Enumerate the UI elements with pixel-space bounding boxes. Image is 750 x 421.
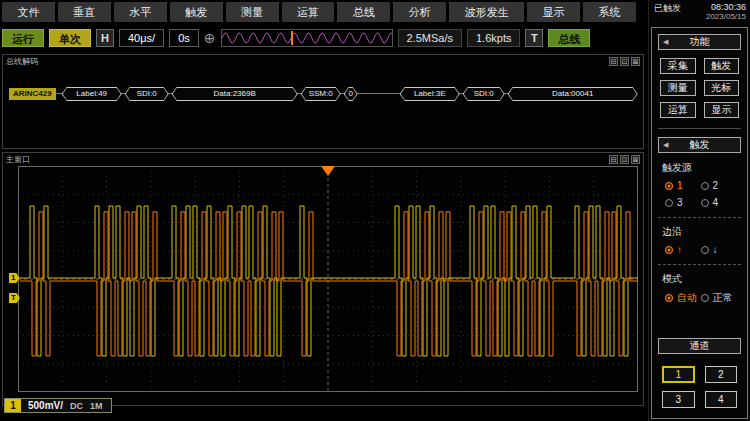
- edge-option-label: ↓: [713, 244, 718, 255]
- menu-item-system[interactable]: 系统: [583, 2, 636, 22]
- trigger-source-3[interactable]: 3: [665, 197, 699, 208]
- menu-item-wavegen[interactable]: 波形发生: [449, 2, 524, 22]
- trigger-source-group: 1234: [665, 180, 734, 208]
- horizontal-offset-field[interactable]: 0s: [169, 29, 199, 47]
- maximize-icon[interactable]: ⊡: [620, 57, 629, 66]
- close-icon[interactable]: ⊠: [631, 57, 640, 66]
- minimize-icon[interactable]: ⊟: [609, 155, 618, 164]
- trigger-source-label: 1: [677, 180, 683, 191]
- decode-segment-label: Label:49: [62, 87, 122, 101]
- waveform-grid-area: [18, 166, 638, 392]
- mode-option-1[interactable]: 自动: [665, 291, 699, 305]
- edge-option-2[interactable]: ↓: [701, 244, 735, 255]
- menu-item-bus[interactable]: 总线: [337, 2, 390, 22]
- menu-item-display[interactable]: 显示: [527, 2, 580, 22]
- decode-segment: Data:00041: [508, 87, 638, 101]
- radio-icon: [665, 246, 673, 254]
- trigger-source-label: 触发源: [662, 161, 737, 175]
- radio-icon: [665, 199, 673, 207]
- horizontal-mode-button[interactable]: H: [96, 29, 114, 47]
- sidebar-panel: ◀ 功能 采集触发测量光标运算显示 ◀ 触发 触发源 1234 边沿 ↑↓ 模式…: [651, 27, 748, 419]
- radio-icon: [701, 182, 709, 190]
- trigger-section-title: 触发: [690, 139, 710, 150]
- run-button[interactable]: 运行: [2, 29, 44, 47]
- bus-protocol-tag[interactable]: ARINC429: [9, 88, 56, 100]
- decode-segment: SSM:0: [301, 87, 341, 101]
- menu-item-trigger[interactable]: 触发: [170, 2, 223, 22]
- edge-label: 边沿: [662, 225, 737, 239]
- close-icon[interactable]: ⊠: [631, 155, 640, 164]
- time-display: 08:30:36: [706, 2, 746, 12]
- decode-window-controls: ⊟ ⊡ ⊠: [609, 57, 640, 66]
- mode-option-2[interactable]: 正常: [701, 291, 735, 305]
- bus-decode-panel: 总线解码 ⊟ ⊡ ⊠ ARINC429 Label:49SDI:0Data:23…: [2, 54, 644, 149]
- channel-section-title: 通道: [690, 340, 710, 351]
- trigger-t-button[interactable]: T: [525, 29, 543, 47]
- decode-segment: Label:49: [62, 87, 122, 101]
- clock: 08:30:36 2023/05/15: [706, 2, 746, 21]
- menu-item-measure[interactable]: 测量: [226, 2, 279, 22]
- minimize-icon[interactable]: ⊟: [609, 57, 618, 66]
- mode-option-group: 自动正常: [665, 291, 734, 305]
- divider: [658, 217, 741, 218]
- edge-option-group: ↑↓: [665, 244, 734, 255]
- bus-button[interactable]: 总线: [548, 29, 590, 47]
- decode-segment-label: Label:3E: [400, 87, 460, 101]
- menu-item-math[interactable]: 运算: [282, 2, 335, 22]
- trigger-source-2[interactable]: 2: [701, 180, 735, 191]
- radio-icon: [701, 246, 709, 254]
- timebase-field[interactable]: 40μs/: [119, 29, 164, 47]
- channel-button-3[interactable]: 3: [662, 391, 695, 408]
- radio-icon: [665, 182, 673, 190]
- menu-item-vertical[interactable]: 垂直: [58, 2, 111, 22]
- decode-panel-titlebar: 总线解码 ⊟ ⊡ ⊠: [3, 55, 643, 67]
- function-button-measure[interactable]: 测量: [660, 80, 696, 96]
- channel-number: 1: [5, 399, 21, 412]
- trigger-section-header[interactable]: ◀ 触发: [658, 137, 741, 153]
- menu-bar: 文件垂直水平触发测量运算总线分析波形发生显示系统: [2, 2, 636, 22]
- trigger-status: 已触发: [654, 2, 681, 15]
- channel1-badge[interactable]: 1 500mV/ DC 1M: [4, 398, 112, 413]
- function-button-math[interactable]: 运算: [660, 102, 696, 118]
- channel-coupling: DC: [70, 401, 83, 411]
- waveform-svg: [18, 166, 638, 392]
- function-button-cursor[interactable]: 光标: [704, 80, 740, 96]
- function-button-acquire[interactable]: 采集: [660, 58, 696, 74]
- sample-rate-display: 2.5MSa/s: [398, 29, 462, 47]
- decode-segment-label: Data:00041: [508, 87, 638, 101]
- function-button-trigger[interactable]: 触发: [704, 58, 740, 74]
- function-button-grid: 采集触发测量光标运算显示: [660, 58, 739, 118]
- decode-segment-label: SSM:0: [301, 87, 341, 101]
- function-button-display[interactable]: 显示: [704, 102, 740, 118]
- channel-section-header[interactable]: 通道: [658, 338, 741, 354]
- menu-item-horizontal[interactable]: 水平: [114, 2, 167, 22]
- main-panel-title: 主窗口: [6, 154, 30, 165]
- main-window-panel: 主窗口 ⊟ ⊡ ⊠ 1 T: [2, 152, 644, 406]
- main-panel-titlebar: 主窗口 ⊟ ⊡ ⊠: [3, 153, 643, 165]
- maximize-icon[interactable]: ⊡: [620, 155, 629, 164]
- edge-option-1[interactable]: ↑: [665, 244, 699, 255]
- memory-depth-display: 1.6kpts: [467, 29, 520, 47]
- edge-option-label: ↑: [677, 244, 682, 255]
- divider: [658, 128, 741, 129]
- waveform-preview[interactable]: [221, 29, 393, 47]
- channel-button-2[interactable]: 2: [705, 366, 738, 383]
- date-display: 2023/05/15: [706, 12, 746, 21]
- zoom-icon[interactable]: ⊕: [204, 29, 216, 47]
- trigger-source-label: 2: [713, 180, 719, 191]
- single-button[interactable]: 单次: [49, 29, 91, 47]
- decode-segment: Label:3E: [400, 87, 460, 101]
- trigger-source-1[interactable]: 1: [665, 180, 699, 191]
- mode-option-label: 正常: [713, 291, 733, 305]
- sidebar: 已触发 08:30:36 2023/05/15 ◀ 功能 采集触发测量光标运算显…: [648, 0, 750, 421]
- channel-button-4[interactable]: 4: [705, 391, 738, 408]
- decode-segment: 0: [344, 87, 358, 101]
- menu-item-file[interactable]: 文件: [2, 2, 55, 22]
- status-area: 已触发 08:30:36 2023/05/15: [654, 2, 746, 21]
- function-section-header[interactable]: ◀ 功能: [658, 34, 741, 50]
- menu-item-analysis[interactable]: 分析: [393, 2, 446, 22]
- trigger-source-4[interactable]: 4: [701, 197, 735, 208]
- collapse-arrow-icon: ◀: [663, 138, 668, 152]
- decode-segment: Data:2369B: [172, 87, 298, 101]
- channel-button-1[interactable]: 1: [662, 366, 695, 383]
